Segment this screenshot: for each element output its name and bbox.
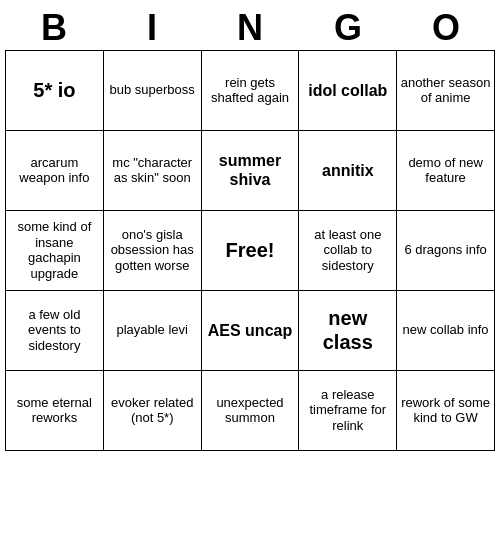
bingo-cell-13: at least one collab to sidestory (299, 211, 397, 291)
bingo-cell-21: evoker related (not 5*) (104, 371, 202, 451)
bingo-cell-8: annitix (299, 131, 397, 211)
header-letter-o: O (397, 8, 495, 48)
header-letter-i: I (103, 8, 201, 48)
bingo-cell-20: some eternal reworks (6, 371, 104, 451)
bingo-cell-23: a release timeframe for relink (299, 371, 397, 451)
bingo-cell-4: another season of anime (397, 51, 495, 131)
bingo-cell-5: arcarum weapon info (6, 131, 104, 211)
bingo-cell-1: bub superboss (104, 51, 202, 131)
bingo-cell-0: 5* io (6, 51, 104, 131)
header-letter-b: B (5, 8, 103, 48)
bingo-card: BINGO 5* iobub superbossrein gets shafte… (5, 8, 495, 451)
header-letter-g: G (299, 8, 397, 48)
bingo-cell-6: mc "character as skin" soon (104, 131, 202, 211)
bingo-cell-7: summer shiva (202, 131, 300, 211)
bingo-cell-18: new class (299, 291, 397, 371)
header-letter-n: N (201, 8, 299, 48)
bingo-cell-22: unexpected summon (202, 371, 300, 451)
bingo-cell-12: Free! (202, 211, 300, 291)
bingo-cell-15: a few old events to sidestory (6, 291, 104, 371)
bingo-cell-16: playable levi (104, 291, 202, 371)
bingo-cell-17: AES uncap (202, 291, 300, 371)
bingo-cell-19: new collab info (397, 291, 495, 371)
bingo-cell-14: 6 dragons info (397, 211, 495, 291)
bingo-cell-24: rework of some kind to GW (397, 371, 495, 451)
bingo-cell-2: rein gets shafted again (202, 51, 300, 131)
bingo-cell-9: demo of new feature (397, 131, 495, 211)
bingo-cell-3: idol collab (299, 51, 397, 131)
bingo-cell-11: ono's gisla obsession has gotten worse (104, 211, 202, 291)
bingo-cell-10: some kind of insane gachapin upgrade (6, 211, 104, 291)
bingo-header: BINGO (5, 8, 495, 48)
bingo-grid: 5* iobub superbossrein gets shafted agai… (5, 50, 495, 451)
